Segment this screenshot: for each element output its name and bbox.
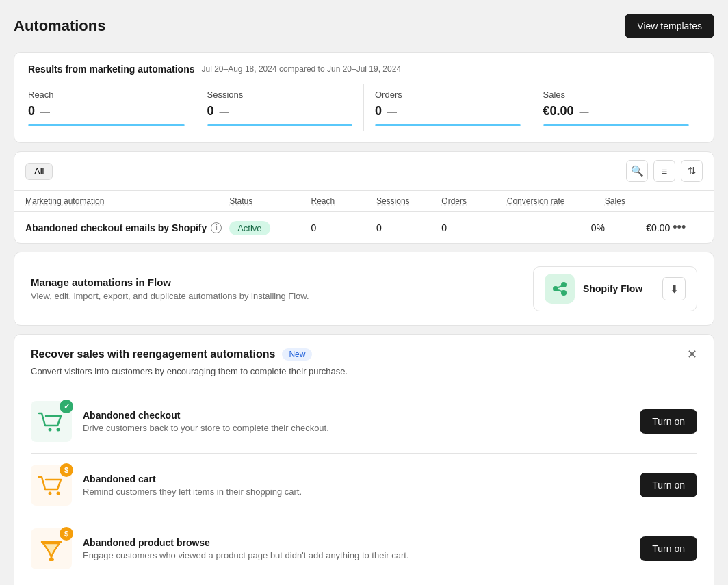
more-options-button[interactable]: ••• <box>670 219 688 236</box>
metric-sales-label: Sales <box>543 90 690 100</box>
metric-orders-line <box>375 124 521 126</box>
th-conversion-rate: Conversion rate <box>507 196 605 206</box>
status-badge: Active <box>229 221 270 235</box>
abandoned-checkout-icon: ✓ <box>31 401 72 442</box>
results-section: Results from marketing automations Jul 2… <box>14 52 714 143</box>
info-icon[interactable]: i <box>211 222 222 233</box>
reengagement-description: Convert visitors into customers by encou… <box>31 366 697 376</box>
flow-title: Manage automations in Flow <box>31 276 309 288</box>
download-flow-button[interactable]: ⬇ <box>662 277 686 300</box>
svg-point-9 <box>49 492 52 495</box>
automation-sales: €0.00 <box>605 222 670 233</box>
automation-reach: 0 <box>311 222 376 233</box>
abandoned-cart-icon: $ <box>31 465 72 506</box>
automations-table-section: All 🔍 ≡ ⇅ Marketing automation Status Re… <box>14 151 714 244</box>
abandoned-checkout-text: Abandoned checkout Drive customers back … <box>83 410 629 433</box>
reengagement-section: Recover sales with reengagement automati… <box>14 334 714 585</box>
metric-sales-value: €0.00 <box>543 104 574 118</box>
metric-sessions-value: 0 <box>207 104 214 118</box>
results-title: Results from marketing automations <box>28 64 195 75</box>
metric-orders-value: 0 <box>375 104 382 118</box>
svg-line-4 <box>558 290 562 291</box>
table-actions: 🔍 ≡ ⇅ <box>626 160 703 182</box>
automation-sessions: 0 <box>376 222 441 233</box>
search-button[interactable]: 🔍 <box>626 160 648 182</box>
metric-reach-label: Reach <box>28 90 185 100</box>
th-reach: Reach <box>311 196 376 206</box>
metric-reach: Reach 0 — <box>28 84 196 131</box>
automation-status: Active <box>229 222 311 233</box>
checkout-badge: ✓ <box>60 400 73 413</box>
flow-section: Manage automations in Flow View, edit, i… <box>14 252 714 326</box>
close-reengagement-button[interactable]: ✕ <box>687 348 697 361</box>
abandoned-browse-text: Abandoned product browse Engage customer… <box>83 537 629 560</box>
reengagement-title: Recover sales with reengagement automati… <box>31 348 275 361</box>
metric-orders: Orders 0 — <box>364 84 532 131</box>
abandoned-cart-turn-on-button[interactable]: Turn on <box>640 473 697 497</box>
abandoned-browse-icon: $ <box>31 528 72 569</box>
metric-sessions: Sessions 0 — <box>196 84 365 131</box>
th-automation: Marketing automation <box>25 196 229 206</box>
abandoned-cart-desc: Remind customers they left items in thei… <box>83 486 629 497</box>
download-icon: ⬇ <box>670 283 679 296</box>
new-badge: New <box>282 348 312 361</box>
metric-reach-value: 0 <box>28 104 35 118</box>
abandoned-cart-title: Abandoned cart <box>83 473 629 484</box>
reengagement-header: Recover sales with reengagement automati… <box>31 348 697 361</box>
flow-app-name: Shopify Flow <box>583 283 642 294</box>
search-icon: 🔍 <box>631 165 644 177</box>
th-orders: Orders <box>441 196 506 206</box>
svg-point-6 <box>49 428 52 432</box>
svg-point-0 <box>553 286 558 291</box>
metric-sales-line <box>543 124 690 126</box>
metric-sessions-line <box>207 124 353 126</box>
table-toolbar: All 🔍 ≡ ⇅ <box>14 152 714 191</box>
results-header: Results from marketing automations Jul 2… <box>28 64 700 75</box>
flow-app-icon <box>545 274 575 304</box>
metric-orders-label: Orders <box>375 90 521 100</box>
list-item: $ Abandoned product browse Engage custom… <box>31 517 697 580</box>
list-item: ✓ Abandoned checkout Drive customers bac… <box>31 390 697 453</box>
th-actions <box>670 196 703 206</box>
th-sales: Sales <box>605 196 670 206</box>
sort-button[interactable]: ⇅ <box>681 160 703 182</box>
table-header: Marketing automation Status Reach Sessio… <box>14 191 714 212</box>
abandoned-browse-turn-on-button[interactable]: Turn on <box>640 536 697 561</box>
abandoned-browse-desc: Engage customers who viewed a product pa… <box>83 550 629 560</box>
abandoned-cart-text: Abandoned cart Remind customers they lef… <box>83 473 629 497</box>
sort-icon: ⇅ <box>688 165 697 177</box>
metric-sales: Sales €0.00 — <box>532 84 701 131</box>
svg-line-3 <box>558 286 562 287</box>
metric-reach-line <box>28 124 185 126</box>
abandoned-checkout-turn-on-button[interactable]: Turn on <box>640 409 697 434</box>
metric-sessions-label: Sessions <box>207 90 353 100</box>
metrics-row: Reach 0 — Sessions 0 — Orders <box>28 84 700 131</box>
page-title: Automations <box>14 17 105 35</box>
table-row: Abandoned checkout emails by Shopify i A… <box>14 212 714 243</box>
automation-conversion-rate: 0% <box>507 222 605 233</box>
abandoned-browse-title: Abandoned product browse <box>83 537 629 548</box>
metric-sales-dash: — <box>580 106 589 117</box>
automation-orders: 0 <box>441 222 506 233</box>
svg-point-7 <box>57 428 60 432</box>
results-date-range: Jul 20–Aug 18, 2024 compared to Jun 20–J… <box>202 64 402 74</box>
th-status: Status <box>229 196 311 206</box>
view-templates-button[interactable]: View templates <box>625 14 714 38</box>
abandoned-checkout-title: Abandoned checkout <box>83 410 629 421</box>
svg-point-10 <box>57 492 60 495</box>
automation-more: ••• <box>670 219 703 236</box>
flow-app-card: Shopify Flow ⬇ <box>533 266 697 311</box>
filter-icon: ≡ <box>662 166 668 177</box>
abandoned-checkout-desc: Drive customers back to your store to co… <box>83 423 629 433</box>
metric-reach-dash: — <box>40 106 50 117</box>
page-header: Automations View templates <box>14 14 714 38</box>
browse-badge: $ <box>60 527 73 541</box>
filter-button[interactable]: ≡ <box>653 160 675 182</box>
flow-description: View, edit, import, export, and duplicat… <box>31 291 309 301</box>
cart-badge: $ <box>60 463 73 477</box>
svg-rect-12 <box>49 558 54 561</box>
filter-all-button[interactable]: All <box>25 163 53 180</box>
metric-orders-dash: — <box>387 106 397 117</box>
metric-sessions-dash: — <box>220 106 229 117</box>
list-item: $ Abandoned cart Remind customers they l… <box>31 453 697 517</box>
